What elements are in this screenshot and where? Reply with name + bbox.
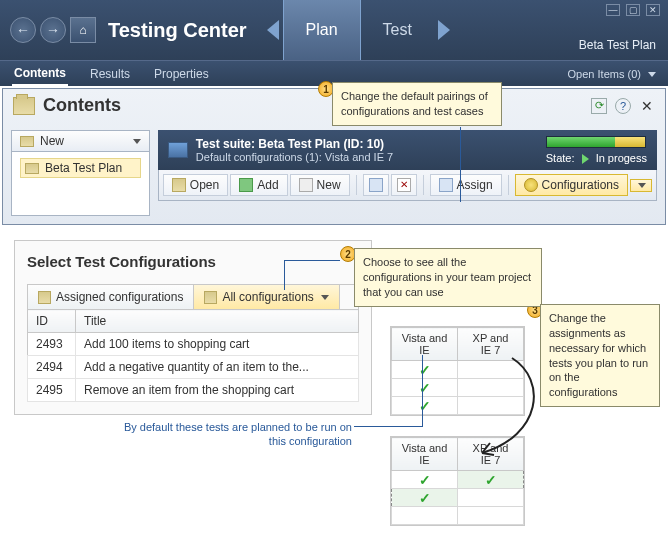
suite-title: Beta Test Plan (ID: 10)	[258, 137, 384, 151]
nav-forward-button[interactable]: →	[40, 17, 66, 43]
new-icon	[299, 178, 313, 192]
panel-close-button[interactable]: ✕	[639, 98, 655, 114]
config-cell[interactable]	[458, 507, 524, 525]
gear-icon	[524, 178, 538, 192]
config-cell[interactable]	[392, 507, 458, 525]
state-value: In progess	[596, 152, 647, 164]
copy-icon	[369, 178, 383, 192]
tab-assigned-configurations[interactable]: Assigned configurations	[28, 285, 194, 309]
minimize-button[interactable]: —	[606, 4, 620, 16]
new-label: New	[40, 134, 64, 148]
col-title[interactable]: Title	[76, 310, 359, 333]
assign-icon	[439, 178, 453, 192]
main-tabs: Plan Test	[283, 0, 434, 60]
delete-button[interactable]: ✕	[391, 174, 417, 196]
app-title: Testing Center	[108, 19, 247, 42]
config-cell[interactable]	[458, 489, 524, 507]
check-icon: ✓	[419, 490, 431, 506]
open-icon	[172, 178, 186, 192]
open-button[interactable]: Open	[163, 174, 228, 196]
check-icon: ✓	[419, 398, 431, 414]
table-row[interactable]: 2494Add a negative quantity of an item t…	[28, 356, 359, 379]
configurations-button[interactable]: Configurations	[515, 174, 628, 196]
suite-panel: Test suite: Beta Test Plan (ID: 10) Defa…	[158, 130, 657, 216]
add-icon	[239, 178, 253, 192]
state-label: State:	[546, 152, 575, 164]
config-cell[interactable]: ✓	[392, 471, 458, 489]
folder-icon	[13, 97, 35, 115]
plan-name: Beta Test Plan	[579, 38, 656, 52]
tab-scroll-right[interactable]	[438, 20, 450, 40]
table-row[interactable]: 2495Remove an item from the shopping car…	[28, 379, 359, 402]
config-tabs: Assigned configurations All configuratio…	[27, 284, 359, 309]
maximize-button[interactable]: ▢	[626, 4, 640, 16]
home-button[interactable]: ⌂	[70, 17, 96, 43]
callout-1: Change the default pairings of configura…	[332, 82, 502, 126]
title-bar: ← → ⌂ Testing Center Plan Test — ▢ ✕ Bet…	[0, 0, 668, 60]
tests-table: ID Title 2493Add 100 items to shopping c…	[27, 309, 359, 402]
new-button[interactable]: New	[290, 174, 350, 196]
config-cell[interactable]: ✓	[392, 361, 458, 379]
delete-icon: ✕	[397, 178, 411, 192]
tab-all-configurations[interactable]: All configurations	[194, 285, 339, 309]
subnav-properties[interactable]: Properties	[152, 63, 211, 85]
tab-scroll-left[interactable]	[267, 20, 279, 40]
assign-button[interactable]: Assign	[430, 174, 502, 196]
config-cell[interactable]: ✓	[392, 379, 458, 397]
check-icon: ✓	[419, 380, 431, 396]
col-vista-ie[interactable]: Vista and IE	[392, 438, 458, 471]
subnav-results[interactable]: Results	[88, 63, 132, 85]
window-controls: — ▢ ✕	[606, 4, 660, 16]
subnav-contents[interactable]: Contents	[12, 62, 68, 86]
chevron-down-icon	[648, 72, 656, 77]
folder-icon	[20, 136, 34, 147]
chevron-down-icon	[638, 183, 646, 188]
open-items-dropdown[interactable]: Open Items (0)	[568, 68, 656, 80]
add-button[interactable]: Add	[230, 174, 287, 196]
check-icon: ✓	[419, 362, 431, 378]
select-configurations-title: Select Test Configurations	[27, 253, 359, 270]
check-icon: ✓	[419, 472, 431, 488]
open-items-label: Open Items	[568, 68, 625, 80]
tab-test[interactable]: Test	[361, 0, 434, 60]
progress-bar	[546, 136, 646, 148]
copy-button[interactable]	[363, 174, 389, 196]
check-icon: ✓	[485, 472, 497, 488]
clipboard-icon	[38, 291, 51, 304]
close-button[interactable]: ✕	[646, 4, 660, 16]
clipboard-icon	[204, 291, 217, 304]
nav-back-button[interactable]: ←	[10, 17, 36, 43]
tab-plan[interactable]: Plan	[283, 0, 361, 60]
configurations-dropdown[interactable]	[630, 179, 652, 192]
suite-title-prefix: Test suite:	[196, 137, 255, 151]
col-vista-ie[interactable]: Vista and IE	[392, 328, 458, 361]
contents-title: Contents	[43, 95, 121, 116]
help-button[interactable]: ?	[615, 98, 631, 114]
config-cell[interactable]: ✓	[392, 489, 458, 507]
new-suite-dropdown[interactable]: New	[11, 130, 150, 152]
open-items-count: (0)	[627, 68, 640, 80]
tree-item-label: Beta Test Plan	[45, 161, 122, 175]
callout-3: Change the assignments as necessary for …	[540, 304, 660, 407]
suite-toolbar: Open Add New ✕ Assign Configurations	[158, 170, 657, 201]
config-cell[interactable]: ✓	[392, 397, 458, 415]
table-row[interactable]: 2493Add 100 items to shopping cart	[28, 333, 359, 356]
col-id[interactable]: ID	[28, 310, 76, 333]
config-cell[interactable]: ✓	[458, 471, 524, 489]
chevron-down-icon	[321, 295, 329, 300]
suite-icon	[168, 142, 188, 158]
suite-tree: New Beta Test Plan	[11, 130, 150, 216]
default-config-note: By default these tests are planned to be…	[122, 420, 352, 449]
select-configurations-panel: Select Test Configurations Assigned conf…	[14, 240, 372, 415]
suite-default-config: Default configurations (1): Vista and IE…	[196, 151, 393, 163]
folder-icon	[25, 163, 39, 174]
refresh-button[interactable]: ⟳	[591, 98, 607, 114]
play-icon	[582, 154, 589, 164]
chevron-down-icon	[133, 139, 141, 144]
tree-item-beta-test-plan[interactable]: Beta Test Plan	[20, 158, 141, 178]
callout-2: Choose to see all the configurations in …	[354, 248, 542, 307]
